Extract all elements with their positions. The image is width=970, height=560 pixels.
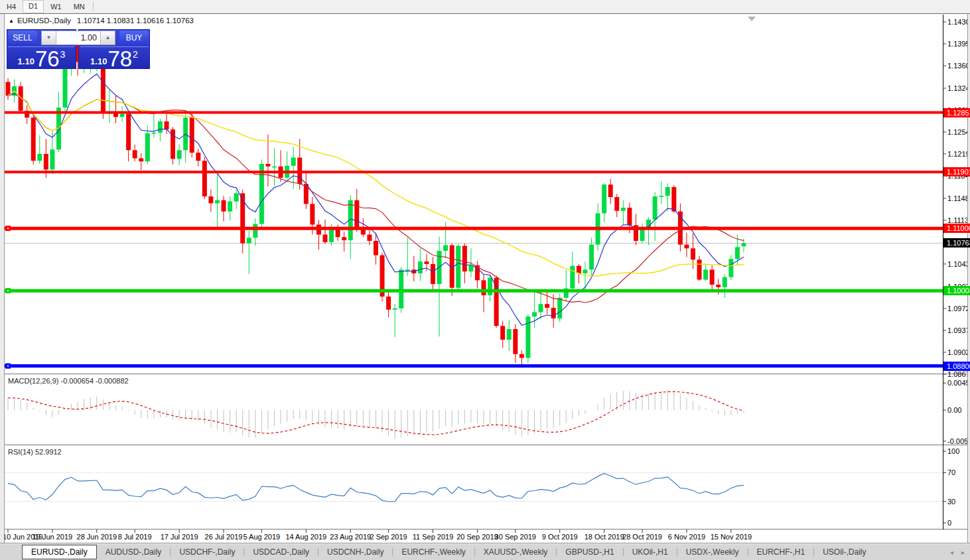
chart-ohlc-values: 1.10714 1.10831 1.10616 1.10763 — [77, 17, 194, 25]
date-tick-label: 19 Jun 2019 — [33, 533, 73, 541]
chart-tab-gbpusd-h1[interactable]: GBPUSD-,H1 — [557, 545, 622, 559]
date-tick-label: 9 Oct 2019 — [542, 533, 578, 541]
sell-price: 1.10763 — [7, 48, 76, 69]
chart-symbol-label: EURUSD-,Daily — [17, 17, 71, 25]
level-price-label[interactable]: 1.10003 — [943, 286, 970, 295]
date-tick-label: 23 Aug 2019 — [330, 533, 371, 541]
collapse-triangle-icon[interactable]: ▲ — [9, 18, 14, 24]
date-tick-label: 2 Sep 2019 — [370, 533, 407, 541]
chart-tab-xauusd-weekly[interactable]: XAUUSD-,Weekly — [475, 545, 556, 559]
chart-tab-eurchf-weekly[interactable]: EURCHF-,Weekly — [393, 545, 474, 559]
macd-tick-label: 0.004536 — [947, 378, 970, 387]
volume-input[interactable] — [56, 31, 100, 44]
chart-tab-usdx-weekly[interactable]: USDX-,Weekly — [677, 545, 748, 559]
macd-label: MACD(12,26,9) -0.000654 -0.000882 — [8, 377, 129, 385]
timeframe-button-mn[interactable]: MN — [68, 1, 90, 13]
chart-tab-audusd-daily[interactable]: AUDUSD-,Daily — [97, 545, 171, 559]
price-tick-label: 1.13600 — [947, 61, 970, 70]
date-tick-label: 14 Aug 2019 — [285, 533, 326, 541]
level-price-label[interactable]: 1.11901 — [943, 167, 970, 176]
date-tick-label: 28 Jun 2019 — [77, 533, 117, 541]
chart-tab-eurusd-daily[interactable]: EURUSD-,Daily — [22, 545, 97, 559]
tab-scroll-left-icon[interactable]: ◂ — [950, 549, 953, 556]
rsi-value: 52.9912 — [35, 448, 62, 456]
sell-price-prefix: 1.10 — [18, 56, 35, 66]
level-price-label[interactable]: 1.12851 — [943, 108, 970, 117]
price-tick-label: 1.14300 — [947, 17, 970, 27]
chart-tab-usdchf-daily[interactable]: USDCHF-,Daily — [171, 545, 243, 559]
window-bottom-border — [0, 543, 970, 543]
rsi-name: RSI(14) — [8, 448, 33, 456]
date-tick-label: 18 Oct 2019 — [585, 533, 624, 541]
macd-tick-label: -0.005205 — [947, 437, 970, 446]
period-toolbar: H4D1W1MN — [0, 0, 970, 13]
date-tick-label: 5 Aug 2019 — [243, 533, 281, 541]
date-tick-label: 28 Oct 2019 — [622, 533, 662, 541]
date-tick-label: 30 Sep 2019 — [495, 533, 536, 541]
price-tick-label: 1.10430 — [947, 259, 970, 269]
one-click-trading-panel: SELL 1.10763 BUY 1.10782 ▼ ▲ — [7, 29, 150, 69]
date-tick-label: 26 Jul 2019 — [205, 533, 243, 541]
chart-tab-usdcnh-daily[interactable]: USDCNH-,Daily — [318, 545, 392, 559]
chart-tab-bar: EURUSD-,DailyAUDUSD-,DailyUSDCHF-,DailyU… — [0, 544, 970, 560]
price-tick-label: 1.13950 — [947, 39, 970, 48]
chart-title: ▲EURUSD-,Daily1.10714 1.10831 1.10616 1.… — [9, 17, 194, 25]
buy-button[interactable]: BUY — [119, 31, 149, 46]
toolbar-separator — [93, 2, 94, 11]
buy-price: 1.10782 — [79, 48, 149, 69]
level-price-label[interactable]: 1.11000 — [943, 224, 970, 233]
macd-pane[interactable] — [8, 389, 744, 439]
main-pane[interactable] — [5, 33, 943, 367]
timeframe-button-h4[interactable]: H4 — [1, 1, 21, 13]
rsi-tick-label: 70 — [947, 468, 955, 477]
candles-layer[interactable] — [6, 33, 746, 367]
level-price-label[interactable]: 1.08800 — [943, 362, 970, 371]
macd-value-main: -0.000654 — [60, 377, 94, 385]
price-tick-label: 1.09020 — [947, 348, 970, 357]
price-tick-label: 1.12190 — [947, 149, 970, 159]
chart-tab-ukoil-h1[interactable]: UKOil-,H1 — [624, 545, 677, 559]
macd-tick-label: 0.00 — [947, 405, 961, 415]
window-left-border — [0, 14, 5, 543]
sell-price-big: 76 — [35, 49, 60, 69]
buy-price-big: 78 — [107, 49, 132, 69]
rsi-tick-label: 0 — [947, 518, 951, 527]
macd-value-signal: -0.000882 — [96, 377, 129, 385]
chart-shift-marker-icon[interactable] — [748, 17, 756, 21]
window-top-border — [0, 13, 970, 14]
sell-price-sup: 3 — [60, 49, 66, 60]
rsi-tick-label: 100 — [947, 447, 959, 456]
tab-scroll-arrows: ◂ ▸ — [950, 544, 965, 560]
date-tick-label: 17 Jul 2019 — [161, 533, 198, 541]
current-price-label[interactable]: 1.10763 — [943, 238, 970, 247]
sell-button[interactable]: SELL — [8, 31, 37, 46]
date-tick-label: 11 Sep 2019 — [413, 533, 454, 541]
buy-price-sup: 2 — [133, 49, 138, 60]
price-tick-label: 1.12540 — [947, 127, 970, 137]
date-tick-label: 20 Sep 2019 — [456, 533, 498, 541]
volume-decrease-icon[interactable]: ▼ — [42, 31, 56, 44]
rsi-pane[interactable] — [5, 472, 943, 502]
date-tick-label: 15 Nov 2019 — [711, 533, 752, 541]
chart-tab-eurchf-h1[interactable]: EURCHF-,H1 — [748, 545, 814, 559]
chart-tab-usoil-daily[interactable]: USOil-,Daily — [814, 545, 874, 559]
buy-price-prefix: 1.10 — [90, 56, 107, 66]
volume-increase-icon[interactable]: ▲ — [100, 31, 115, 44]
macd-name: MACD(12,26,9) — [8, 377, 58, 385]
price-tick-label: 1.08670 — [947, 370, 970, 379]
date-tick-label: 6 Nov 2019 — [668, 533, 705, 541]
rsi-tick-label: 30 — [947, 497, 955, 506]
date-tick-label: 8 Jul 2019 — [118, 533, 152, 541]
chart-canvas[interactable] — [0, 0, 970, 560]
tab-scroll-right-icon[interactable]: ▸ — [961, 549, 965, 556]
chart-tab-usdcad-daily[interactable]: USDCAD-,Daily — [244, 545, 318, 559]
price-tick-label: 1.13240 — [947, 84, 970, 93]
price-tick-label: 1.11480 — [947, 194, 970, 203]
volume-spinner: ▼ ▲ — [41, 31, 115, 45]
rsi-label: RSI(14) 52.9912 — [8, 448, 62, 456]
price-tick-label: 1.09720 — [947, 304, 970, 313]
window-right-border — [967, 14, 970, 543]
timeframe-button-d1[interactable]: D1 — [23, 0, 44, 13]
price-tick-label: 1.09370 — [947, 326, 970, 335]
timeframe-button-w1[interactable]: W1 — [45, 1, 67, 13]
